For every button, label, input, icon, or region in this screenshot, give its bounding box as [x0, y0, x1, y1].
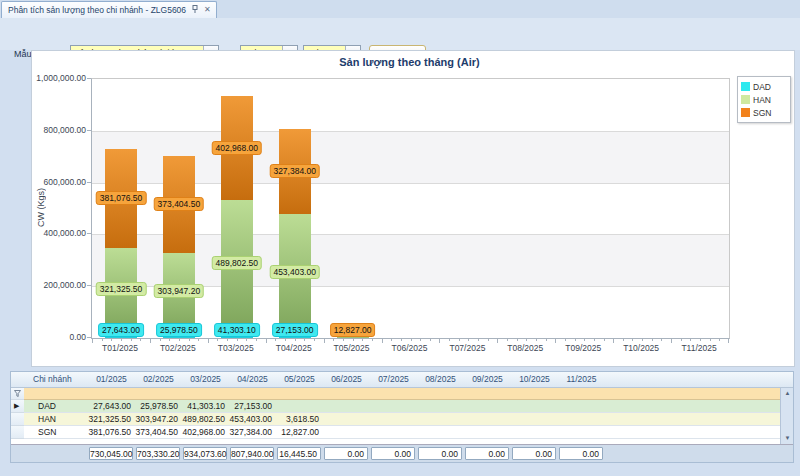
- filter-cell-01/2025[interactable]: [88, 388, 136, 400]
- grid-corner-cell: [11, 372, 25, 388]
- scroll-up-icon[interactable]: ▲: [781, 388, 794, 399]
- filter-cell-07/2025[interactable]: [370, 388, 418, 400]
- column-header-01/2025[interactable]: 01/2025: [88, 372, 136, 388]
- row-indicator-DAD[interactable]: ▶: [11, 400, 25, 413]
- cell-HAN-02/2025[interactable]: 303,947.20: [135, 413, 183, 426]
- filter-cell-03/2025[interactable]: [182, 388, 230, 400]
- column-header-05/2025[interactable]: 05/2025: [276, 372, 324, 388]
- cell-DAD-07/2025[interactable]: [370, 400, 418, 413]
- y-tick-label: 200,000.00: [32, 280, 86, 290]
- filter-cell-06/2025[interactable]: [323, 388, 371, 400]
- cell-SGN-02/2025[interactable]: 373,404.50: [135, 426, 183, 439]
- cell-SGN-07/2025[interactable]: [370, 426, 418, 439]
- column-header-08/2025[interactable]: 08/2025: [417, 372, 465, 388]
- cell-DAD-04/2025[interactable]: 27,153.00: [229, 400, 277, 413]
- bar-segment-HAN-T05/2025[interactable]: [337, 337, 369, 338]
- cell-branch-SGN[interactable]: SGN: [24, 426, 89, 439]
- cell-HAN-06/2025[interactable]: [323, 413, 371, 426]
- cell-branch-HAN[interactable]: HAN: [24, 413, 89, 426]
- cell-HAN-04/2025[interactable]: 453,403.00: [229, 413, 277, 426]
- cell-DAD-05/2025[interactable]: [276, 400, 324, 413]
- filter-cell-09/2025[interactable]: [464, 388, 512, 400]
- cell-DAD-02/2025[interactable]: 25,978.50: [135, 400, 183, 413]
- vertical-scrollbar[interactable]: ▲▼: [780, 388, 794, 444]
- cell-HAN-01/2025[interactable]: 321,325.50: [88, 413, 136, 426]
- x-tick-minor: [681, 339, 682, 341]
- column-header-04/2025[interactable]: 04/2025: [229, 372, 277, 388]
- x-tick-minor: [343, 339, 344, 341]
- summary-total-09/2025: 0.00: [465, 447, 509, 460]
- filter-cell-11/2025[interactable]: [558, 388, 606, 400]
- chart-panel: Sản lượng theo tháng (Air) CW (Kgs) 27,6…: [31, 50, 795, 367]
- summary-total-01/2025: 730,045.00: [89, 447, 133, 460]
- tab-phan-tich-san-luong[interactable]: Phân tích sản lượng theo chi nhánh - ZLG…: [1, 1, 217, 18]
- cell-DAD-10/2025[interactable]: [511, 400, 559, 413]
- plot-band: [92, 79, 729, 131]
- summary-total-04/2025: 807,940.00: [230, 447, 274, 460]
- x-tick-minor: [256, 339, 257, 341]
- x-tick-minor: [304, 339, 305, 341]
- x-tick-minor: [507, 339, 508, 341]
- filter-cell-10/2025[interactable]: [511, 388, 559, 400]
- filter-cell-05/2025[interactable]: [276, 388, 324, 400]
- bar-value-label-HAN-T01/2025: 321,325.50: [96, 282, 147, 296]
- legend-item-SGN[interactable]: SGN: [741, 106, 787, 119]
- cell-DAD-03/2025[interactable]: 41,303.10: [182, 400, 230, 413]
- cell-HAN-07/2025[interactable]: [370, 413, 418, 426]
- x-tick-minor: [353, 339, 354, 341]
- pin-icon[interactable]: [191, 5, 199, 15]
- summary-total-08/2025: 0.00: [418, 447, 462, 460]
- row-indicator-HAN[interactable]: [11, 413, 25, 426]
- cell-DAD-08/2025[interactable]: [417, 400, 465, 413]
- column-header-09/2025[interactable]: 09/2025: [464, 372, 512, 388]
- legend-item-HAN[interactable]: HAN: [741, 93, 787, 106]
- column-header-03/2025[interactable]: 03/2025: [182, 372, 230, 388]
- x-axis-label: T04/2025: [265, 343, 323, 353]
- x-tick-minor: [594, 339, 595, 341]
- row-indicator-SGN[interactable]: [11, 426, 25, 439]
- x-tick-minor: [652, 339, 653, 341]
- bar-value-label-HAN-T04/2025: 453,403.00: [269, 265, 320, 279]
- cell-filler-HAN: [605, 413, 780, 426]
- data-grid: Chi nhánh01/202502/202503/202504/202505/…: [10, 371, 794, 463]
- cell-DAD-09/2025[interactable]: [464, 400, 512, 413]
- column-header-06/2025[interactable]: 06/2025: [323, 372, 371, 388]
- filter-cell-04/2025[interactable]: [229, 388, 277, 400]
- scroll-down-icon[interactable]: ▼: [781, 433, 794, 444]
- x-tick-minor: [604, 339, 605, 341]
- cell-HAN-03/2025[interactable]: 489,802.50: [182, 413, 230, 426]
- filter-cell-branch[interactable]: [24, 388, 89, 400]
- column-header-02/2025[interactable]: 02/2025: [135, 372, 183, 388]
- column-header-branch[interactable]: Chi nhánh: [24, 372, 89, 388]
- column-header-11/2025[interactable]: 11/2025: [558, 372, 606, 388]
- cell-DAD-11/2025[interactable]: [558, 400, 606, 413]
- cell-branch-DAD[interactable]: DAD: [24, 400, 89, 413]
- cell-HAN-09/2025[interactable]: [464, 413, 512, 426]
- cell-SGN-11/2025[interactable]: [558, 426, 606, 439]
- cell-HAN-10/2025[interactable]: [511, 413, 559, 426]
- cell-SGN-08/2025[interactable]: [417, 426, 465, 439]
- filter-row-indicator: [11, 388, 25, 400]
- chart-title: Sản lượng theo tháng (Air): [91, 56, 728, 68]
- cell-HAN-08/2025[interactable]: [417, 413, 465, 426]
- cell-SGN-05/2025[interactable]: 12,827.00: [276, 426, 324, 439]
- cell-SGN-10/2025[interactable]: [511, 426, 559, 439]
- cell-SGN-01/2025[interactable]: 381,076.50: [88, 426, 136, 439]
- filter-cell-08/2025[interactable]: [417, 388, 465, 400]
- filter-cell-02/2025[interactable]: [135, 388, 183, 400]
- column-header-07/2025[interactable]: 07/2025: [370, 372, 418, 388]
- cell-HAN-05/2025[interactable]: 3,618.50: [276, 413, 324, 426]
- x-axis-label: T10/2025: [612, 343, 670, 353]
- cell-HAN-11/2025[interactable]: [558, 413, 606, 426]
- legend-item-DAD[interactable]: DAD: [741, 80, 787, 93]
- cell-DAD-06/2025[interactable]: [323, 400, 371, 413]
- close-icon[interactable]: ✕: [204, 6, 211, 14]
- x-tick-minor: [140, 339, 141, 341]
- cell-SGN-09/2025[interactable]: [464, 426, 512, 439]
- cell-SGN-06/2025[interactable]: [323, 426, 371, 439]
- cell-DAD-01/2025[interactable]: 27,643.00: [88, 400, 136, 413]
- y-tick-label: 600,000.00: [32, 177, 86, 187]
- column-header-10/2025[interactable]: 10/2025: [511, 372, 559, 388]
- cell-SGN-04/2025[interactable]: 327,384.00: [229, 426, 277, 439]
- cell-SGN-03/2025[interactable]: 402,968.00: [182, 426, 230, 439]
